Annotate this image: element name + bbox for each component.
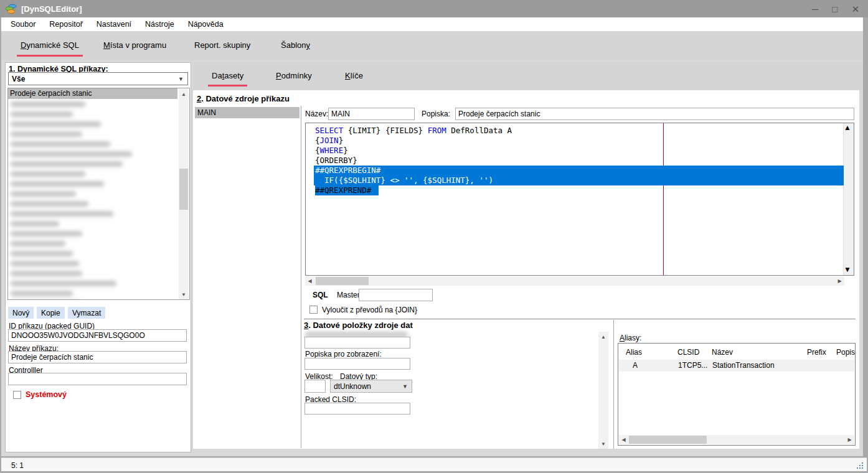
list-item[interactable] bbox=[8, 258, 189, 268]
editor-line[interactable]: {WHERE} bbox=[314, 146, 844, 156]
editor-line[interactable]: IF({$SQLHINT} <> '', {$SQLHINT}, '') bbox=[314, 176, 844, 185]
redacted-items bbox=[8, 99, 189, 300]
list-item[interactable] bbox=[8, 99, 189, 109]
popiska-input[interactable] bbox=[455, 108, 854, 120]
sql-editor[interactable]: SELECT {LIMIT} {FIELDS} FROM DefRollData… bbox=[305, 123, 854, 276]
maximize-button[interactable]: □ bbox=[832, 4, 837, 14]
menu-item-nastaveni[interactable]: Nastavení bbox=[90, 18, 138, 30]
popiska-zobrazeni-input[interactable] bbox=[304, 358, 410, 370]
list-item[interactable] bbox=[8, 218, 189, 228]
scroll-left-icon[interactable]: ◀ bbox=[619, 435, 628, 444]
resize-grip-icon[interactable] bbox=[856, 461, 863, 469]
controller-input[interactable] bbox=[8, 373, 187, 385]
col-header-clsid[interactable]: CLSID bbox=[677, 348, 699, 357]
editor-horizontal-scrollbar[interactable]: ◀ ▶ bbox=[305, 276, 844, 286]
nazev-prikazu-input[interactable] bbox=[8, 351, 187, 363]
datovy-typ-value: dtUnknown bbox=[334, 382, 371, 391]
scroll-up-icon[interactable]: ▲ bbox=[844, 123, 854, 133]
list-item[interactable] bbox=[8, 248, 189, 258]
sql-nazev-polozky-input[interactable] bbox=[304, 337, 410, 349]
tab-podminky[interactable]: Podmínky bbox=[274, 71, 314, 80]
list-item[interactable] bbox=[8, 199, 189, 208]
editor-vertical-scrollbar[interactable]: ▲ ▼ bbox=[843, 123, 854, 275]
sql-editor-text-area[interactable]: SELECT {LIMIT} {FIELDS} FROM DefRollData… bbox=[306, 123, 844, 275]
aliases-horizontal-scrollbar[interactable]: ◀ ▶ bbox=[619, 435, 854, 444]
copy-button[interactable]: Kopie bbox=[37, 307, 65, 319]
scroll-down-icon[interactable]: ▼ bbox=[844, 265, 854, 275]
list-item[interactable] bbox=[8, 129, 189, 139]
table-row[interactable]: A 1TCP5... StationTransaction bbox=[619, 360, 854, 372]
editor-line[interactable]: SELECT {LIMIT} {FIELDS} FROM DefRollData… bbox=[314, 126, 844, 136]
section3-scrollbar[interactable]: ▲ ▼ bbox=[598, 332, 608, 449]
editor-line[interactable]: ##QREXPRBEGIN# bbox=[314, 166, 844, 176]
list-scrollbar-thumb[interactable] bbox=[179, 169, 188, 210]
delete-button[interactable]: Vymazat bbox=[68, 307, 105, 319]
col-header-alias[interactable]: Alias bbox=[626, 348, 642, 357]
list-item[interactable] bbox=[8, 208, 189, 218]
aliases-hscrollbar-thumb[interactable] bbox=[629, 436, 707, 444]
section3-divider bbox=[304, 319, 856, 319]
scroll-right-icon[interactable]: ▶ bbox=[835, 276, 844, 286]
scroll-right-icon[interactable]: ▶ bbox=[845, 435, 854, 444]
editor-hscrollbar-thumb[interactable] bbox=[316, 277, 369, 285]
aliases-table[interactable]: Alias CLSID Název Prefix Popis A 1TCP5..… bbox=[618, 343, 856, 446]
tab-report-skupiny[interactable]: Report. skupiny bbox=[192, 40, 252, 50]
main-tab-strip: Dynamické SQL Místa v programu Report. s… bbox=[1, 31, 863, 60]
dataset-listbox[interactable]: MAIN bbox=[195, 107, 300, 448]
list-item[interactable] bbox=[8, 278, 189, 288]
minimize-button[interactable]: ─ bbox=[812, 4, 819, 14]
list-item[interactable] bbox=[8, 149, 189, 159]
velikost-input[interactable] bbox=[304, 380, 326, 393]
tab-dynamicke-sql[interactable]: Dynamické SQL bbox=[19, 40, 81, 50]
list-item[interactable] bbox=[8, 179, 189, 189]
tab-datasety[interactable]: Datasety bbox=[210, 71, 245, 80]
nazev-input[interactable] bbox=[328, 108, 415, 120]
sql-filter-combobox[interactable]: Vše ▼ bbox=[8, 72, 188, 85]
datovy-typ-combobox[interactable]: dtUnknown ▼ bbox=[330, 380, 412, 393]
list-item-selected[interactable]: Prodeje čerpacích stanic bbox=[8, 88, 177, 99]
list-item[interactable] bbox=[8, 288, 189, 298]
menu-item-napoveda[interactable]: Nápověda bbox=[181, 18, 230, 30]
col-header-prefix[interactable]: Prefix bbox=[807, 348, 826, 357]
new-button[interactable]: Nový bbox=[8, 307, 34, 319]
window-title: [DynSQLEditor] bbox=[21, 4, 82, 14]
vyloucit-checkbox[interactable] bbox=[309, 306, 318, 314]
menu-item-soubor[interactable]: Soubor bbox=[4, 18, 42, 30]
col-header-nazev[interactable]: Název bbox=[712, 348, 733, 357]
tab-dynamicke-sql-label: Dynamické SQL bbox=[21, 40, 79, 50]
popiska-zobrazeni-label: Popiska pro zobrazení: bbox=[305, 350, 382, 358]
col-header-popis[interactable]: Popis bbox=[836, 348, 855, 357]
menu-item-nastroje[interactable]: Nástroje bbox=[138, 18, 181, 30]
list-item[interactable] bbox=[8, 139, 189, 149]
scroll-down-icon[interactable]: ▼ bbox=[179, 289, 189, 299]
menu-item-repositor[interactable]: Repositoř bbox=[42, 18, 90, 30]
list-item[interactable] bbox=[8, 169, 189, 179]
close-button[interactable]: ✕ bbox=[851, 4, 859, 14]
dataset-item-selected[interactable]: MAIN bbox=[195, 107, 300, 118]
master-input[interactable] bbox=[359, 289, 433, 301]
editor-line[interactable]: ##QREXPREND# bbox=[314, 185, 844, 195]
id-prikazu-input[interactable] bbox=[8, 329, 187, 342]
list-item[interactable] bbox=[8, 119, 189, 129]
scroll-down-icon[interactable]: ▼ bbox=[598, 439, 608, 449]
list-item[interactable] bbox=[8, 228, 189, 238]
scroll-left-icon[interactable]: ◀ bbox=[305, 276, 314, 286]
list-item[interactable] bbox=[8, 268, 189, 278]
scroll-up-icon[interactable]: ▲ bbox=[598, 332, 608, 342]
tab-klice[interactable]: Klíče bbox=[343, 71, 365, 80]
list-item[interactable] bbox=[8, 189, 189, 199]
tab-sablony[interactable]: Šablony bbox=[279, 40, 312, 50]
list-item[interactable] bbox=[8, 238, 189, 248]
list-item[interactable] bbox=[8, 109, 189, 119]
editor-line[interactable]: {JOIN} bbox=[314, 136, 844, 146]
detail-tab-strip: Datasety Podmínky Klíče bbox=[193, 62, 863, 90]
list-item[interactable] bbox=[8, 159, 189, 169]
packed-clsid-input[interactable] bbox=[304, 403, 410, 414]
systemovy-checkbox[interactable] bbox=[13, 391, 21, 399]
list-scrollbar[interactable]: ▲ ▼ bbox=[179, 89, 189, 299]
list-item[interactable] bbox=[8, 298, 189, 300]
tab-mista-v-programu[interactable]: Místa v programu bbox=[101, 40, 168, 50]
sql-commands-listbox[interactable]: Prodeje čerpacích stanic ▲ ▼ bbox=[7, 88, 190, 300]
scroll-up-icon[interactable]: ▲ bbox=[179, 89, 189, 99]
editor-line[interactable]: {ORDERBY} bbox=[314, 156, 844, 166]
